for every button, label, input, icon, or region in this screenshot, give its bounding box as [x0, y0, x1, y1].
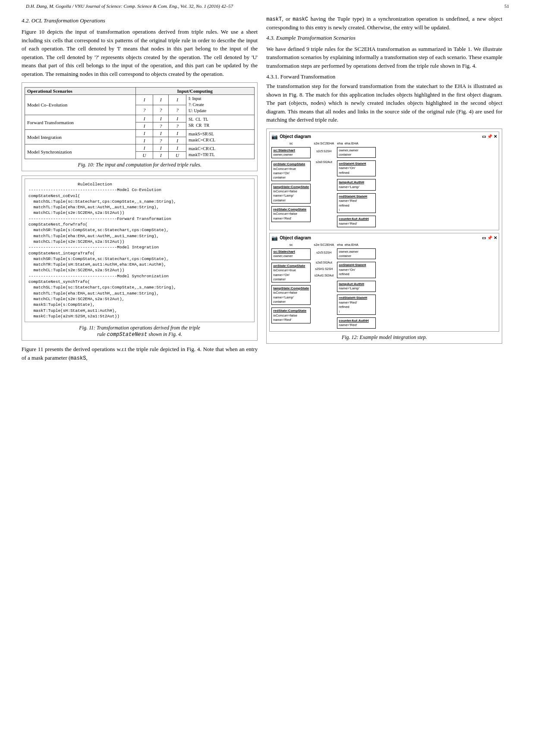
obj-diagram-1: 📷 Object diagram ▭ 📌 ✕ sc: [269, 132, 499, 230]
para-4-3-1: We have defined 9 triple rules for the S…: [266, 45, 502, 70]
sc2-box: sc:Statechart owner,owner: [271, 248, 311, 260]
diagram1-label: Object diagram: [280, 134, 311, 139]
main-content: 4.2. OCL Transformation Operations Figur…: [0, 10, 535, 369]
code-inline: compStateNest: [107, 332, 148, 338]
s2e2-label: s2e:SC2EHA: [314, 243, 334, 247]
icon2-close[interactable]: ✕: [494, 235, 497, 240]
cell-i11: I: [135, 137, 153, 144]
eha2-labels: eha eha:EHA: [337, 243, 376, 247]
red-state-h2-box: redStateH:StateH name='Red' refined \: [337, 295, 376, 314]
page: D.H. Dang, M. Gogolla / VNU Journal of S…: [0, 0, 535, 756]
icon-pin[interactable]: 📌: [487, 134, 492, 139]
lamp-aut-box: lampAut:AuthH name='Lamp': [337, 179, 376, 191]
figure-12-box: 📷 Object diagram ▭ 📌 ✕ sc: [266, 129, 502, 344]
eha2-column: eha eha:EHA owner,owner container onStat…: [337, 243, 376, 329]
section-4-3-1-title: 4.3.1. Forward Transformation: [266, 73, 502, 80]
fig12-caption: Fig. 12: Example model integration step.: [269, 334, 499, 341]
inline-maskT: maskT: [266, 16, 282, 22]
inline-maskC: maskC: [293, 16, 308, 22]
header-citation: D.H. Dang, M. Gogolla / VNU Journal of S…: [26, 3, 233, 9]
right-text-coevol: I: Input ?: Create U: Update: [186, 95, 254, 115]
scenario-sync: Model Synchronization: [25, 144, 136, 159]
eha-header-box: owner,owner container: [337, 147, 376, 158]
red-state-h-box: redStateH:StateH name='Red' refined \: [337, 193, 376, 213]
diagram2-icon: 📷: [271, 235, 278, 241]
ops-table: Operational Scenarios Input/Computing Mo…: [25, 87, 255, 159]
icon2-pin[interactable]: 📌: [487, 235, 492, 240]
code-block: RuleCollection -------------------------…: [25, 179, 255, 322]
diagram2-content: sc sc:Statechart owner,owner onState:Com…: [271, 243, 497, 329]
counter-aut-box: counterAut:AuthH name='Red': [337, 216, 376, 227]
cell-q4: ?: [153, 122, 169, 130]
section-4-2-title: 4.2. OCL Transformation Operations: [22, 17, 258, 24]
s2e-label: s2e:SC2EHA: [314, 141, 334, 145]
col-header-scenarios: Operational Scenarios: [25, 88, 136, 95]
cell-i10: I: [169, 130, 186, 137]
right-text-forward: SL CL TL SR CR TR: [186, 115, 254, 130]
right-text-sync: maskC=CR\CL maskT=TR\TL: [186, 144, 254, 159]
s2a3-2-box: s2a3:St2Aut: [316, 261, 332, 264]
figure-11-box: RuleCollection -------------------------…: [22, 176, 258, 341]
page-number: 51: [504, 3, 509, 9]
s2c5-2-box: s2c5:S2SH: [316, 251, 331, 254]
cell-q6: ?: [153, 137, 169, 144]
sc-column: sc sc:Statechart owner,owner onState:Com…: [271, 141, 311, 228]
para-4-2-1: Figure 10 depicts the input of transform…: [22, 28, 258, 78]
table-row: Model Synchronization I I I maskC=CR\CL …: [25, 144, 255, 152]
diagram2-title: 📷 Object diagram ▭ 📌 ✕: [271, 235, 497, 241]
on-state2-box: onState:CompState isConcurr=true name='O…: [271, 263, 311, 282]
cell-i15: I: [169, 144, 186, 152]
on-state-h2-box: onStateH:StateH name='On' refined: [337, 262, 376, 278]
s2a3-box: s2a3:St2Aut: [316, 160, 332, 163]
diagram-icon: 📷: [271, 134, 278, 140]
on-state-box: onState:CompState isConcurr=true name='O…: [271, 161, 311, 181]
lamp-state2-box: lampState:CompState isConcurr=false name…: [271, 285, 311, 305]
cell-i16: I: [153, 152, 169, 159]
right-text-integration: maskS=SR\SL maskC=CR\CL: [186, 130, 254, 144]
cell-u1: U: [135, 152, 153, 159]
para-4-3-2: The transformation step for the forward …: [266, 82, 502, 124]
eha-column: eha eha:EHA owner,owner container onStat…: [337, 141, 376, 228]
sc2-label: sc: [271, 243, 311, 247]
obj-diagram-2: 📷 Object diagram ▭ 📌 ✕ sc: [269, 233, 499, 332]
fig11-caption: Fig. 11: Transformation operations deriv…: [25, 325, 255, 338]
scenario-forward: Forward Transformation: [25, 115, 136, 130]
section-4-3-title: 4.3. Example Transformation Scenarios: [266, 35, 502, 41]
eha2-header-box: owner,owner container: [337, 248, 376, 259]
eha-labels: eha eha:EHA: [337, 141, 376, 145]
cell-i12: I: [169, 137, 186, 144]
para-maskT: maskT, or maskC having the Tuple type) i…: [266, 15, 502, 32]
sc-label: sc: [271, 141, 311, 145]
middle-col: s2e:SC2EHA s2c5:S2SH s2a3:St2Aut: [312, 141, 336, 228]
inline-masks: maskS: [70, 355, 86, 361]
cell-q2: ?: [153, 105, 169, 115]
diagram1-content: sc sc:Statechart owner,owner onState:Com…: [271, 141, 497, 228]
middle2-col: s2e:SC2EHA s2c5:S2SH s2a3:St2Aut s2SH1:S…: [312, 243, 336, 329]
cell-i3: I: [169, 95, 186, 105]
lamp-aut2-box: lampAut:AuthH name='Lamp': [337, 281, 376, 292]
icon-close[interactable]: ✕: [494, 134, 497, 139]
cell-i7: I: [135, 122, 153, 130]
right-column: maskT, or maskC having the Tuple type) i…: [266, 15, 502, 365]
table-row: Forward Transformation I I I SL CL TL SR…: [25, 115, 255, 122]
s2aut1-box: s2Aut1:St2Aut: [314, 274, 334, 277]
page-header: D.H. Dang, M. Gogolla / VNU Journal of S…: [0, 0, 535, 10]
cell-u2: U: [169, 152, 186, 159]
left-column: 4.2. OCL Transformation Operations Figur…: [22, 15, 258, 365]
s2c5-box: s2c5:S2SH: [316, 150, 331, 153]
s2sh1-box: s2SH1:S2SH: [315, 267, 333, 270]
scenario-integration: Model Integration: [25, 130, 136, 144]
cell-i8: I: [135, 130, 153, 137]
col-header-input: Input/Computing: [135, 88, 255, 95]
cell-i9: I: [153, 130, 169, 137]
scenario-coevol: Model Co–Evolution: [25, 95, 136, 115]
counter-aut2-box: counterAut:AuthH name='Red': [337, 317, 376, 329]
cell-i6: I: [169, 115, 186, 122]
fig10-caption: Fig. 10: The input and computation for d…: [25, 162, 255, 168]
icon-resize[interactable]: ▭: [482, 134, 486, 139]
red-state-box: redState:CompState isConcurr=false name=…: [271, 206, 311, 222]
cell-q5: ?: [169, 122, 186, 130]
sc2-column: sc sc:Statechart owner,owner onState:Com…: [271, 243, 311, 329]
lamp-state-box: lampState:CompState isConcurr=false name…: [271, 184, 311, 204]
icon2-resize[interactable]: ▭: [482, 235, 486, 240]
